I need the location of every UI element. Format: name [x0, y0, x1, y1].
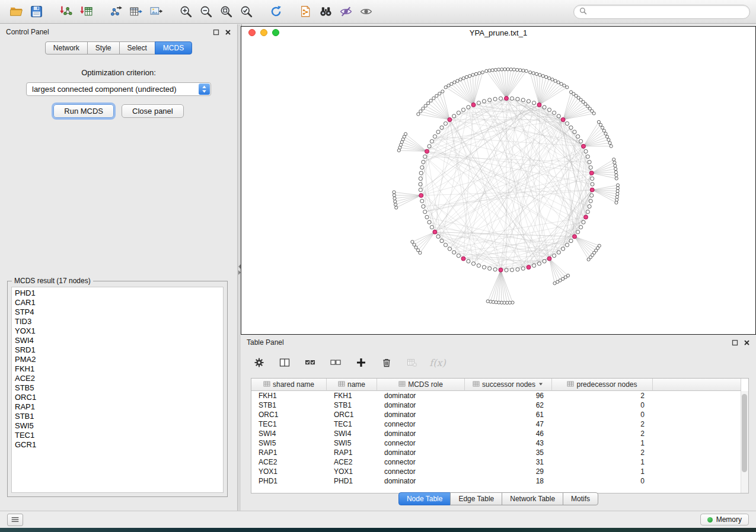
- mcds-result-item[interactable]: PMA2: [15, 355, 220, 364]
- table-row[interactable]: PHD1PHD1dominator180: [251, 476, 741, 486]
- table-scrollbar[interactable]: [741, 391, 748, 493]
- zoom-out-button[interactable]: [196, 2, 216, 21]
- memory-button[interactable]: Memory: [700, 514, 749, 525]
- mcds-result-item[interactable]: YOX1: [15, 326, 220, 336]
- scrollbar-thumb[interactable]: [742, 394, 747, 472]
- tab-network-table[interactable]: Network Table: [502, 492, 563, 505]
- cell-mcds-role: connector: [377, 457, 465, 467]
- mcds-result-list[interactable]: PHD1CAR1STP4TID3YOX1SWI4SRD1PMA2FKH1ACE2…: [11, 287, 224, 493]
- tab-style[interactable]: Style: [87, 41, 120, 55]
- cell-filler: [653, 400, 741, 410]
- cell-filler: [653, 429, 741, 438]
- table-row[interactable]: ACE2ACE2connector311: [251, 457, 741, 467]
- mcds-result-item[interactable]: ACE2: [15, 374, 220, 383]
- memory-status-icon: [707, 517, 713, 523]
- table-row[interactable]: FKH1FKH1dominator962: [251, 391, 741, 400]
- open-file-button[interactable]: [6, 2, 26, 21]
- cell-name: YOX1: [327, 467, 377, 476]
- zoom-fit-button[interactable]: [216, 2, 236, 21]
- column-header-successor-nodes[interactable]: successor nodes: [465, 379, 552, 391]
- control-panel-title: Control Panel: [6, 28, 49, 36]
- search-input[interactable]: [591, 6, 749, 18]
- tab-network[interactable]: Network: [45, 41, 88, 55]
- zoom-selected-button[interactable]: [236, 2, 256, 21]
- cell-predecessor-nodes: 0: [552, 476, 653, 486]
- zoom-in-button[interactable]: [176, 2, 196, 21]
- trash-icon: [381, 357, 392, 368]
- column-header-shared-name[interactable]: shared name: [251, 379, 327, 391]
- cell-successor-nodes: 47: [465, 419, 552, 429]
- mcds-result-item[interactable]: STB1: [15, 412, 220, 421]
- minimize-window-button[interactable]: [260, 29, 267, 36]
- show-columns-button[interactable]: [278, 356, 291, 369]
- close-panel-button[interactable]: Close panel: [122, 104, 184, 118]
- table-settings-button[interactable]: [253, 356, 266, 369]
- export-table-button[interactable]: [126, 2, 146, 21]
- table-row[interactable]: RAP1RAP1dominator352: [251, 448, 741, 457]
- table-row[interactable]: YOX1YOX1connector291: [251, 467, 741, 476]
- mcds-result-item[interactable]: STB5: [15, 383, 220, 393]
- mcds-result-item[interactable]: STP4: [15, 307, 220, 317]
- column-header-predecessor-nodes[interactable]: predecessor nodes: [552, 379, 653, 391]
- deselect-all-columns-button[interactable]: [329, 356, 342, 369]
- tab-motifs[interactable]: Motifs: [563, 492, 598, 505]
- status-bar: Memory: [0, 511, 756, 528]
- panel-selector-button[interactable]: [7, 514, 23, 526]
- binoculars-icon: [319, 5, 333, 18]
- export-image-button[interactable]: [146, 2, 166, 21]
- mcds-result-item[interactable]: SWI4: [15, 336, 220, 345]
- mcds-result-item[interactable]: PHD1: [15, 289, 220, 298]
- mcds-result-item[interactable]: FKH1: [15, 364, 220, 374]
- create-column-button[interactable]: [355, 356, 368, 369]
- cell-name: RAP1: [327, 448, 377, 457]
- mcds-result-item[interactable]: TEC1: [15, 431, 220, 440]
- table-toolbar: f(x): [241, 352, 756, 373]
- close-window-button[interactable]: [248, 29, 256, 36]
- network-canvas[interactable]: [241, 39, 755, 334]
- tab-node-table[interactable]: Node Table: [398, 492, 451, 505]
- table-row[interactable]: SWI5SWI5connector431: [251, 438, 741, 448]
- share-document-button[interactable]: [295, 2, 315, 21]
- mcds-result-item[interactable]: ORC1: [15, 393, 220, 402]
- close-table-panel-icon[interactable]: [744, 339, 750, 346]
- table-row[interactable]: TEC1TEC1connector472: [251, 419, 741, 429]
- mcds-result-item[interactable]: CAR1: [15, 298, 220, 307]
- mcds-result-item[interactable]: SRD1: [15, 345, 220, 355]
- table-grid-icon: [567, 380, 574, 389]
- float-panel-icon[interactable]: [213, 29, 219, 36]
- mcds-result-item[interactable]: RAP1: [15, 402, 220, 412]
- optimization-criterion-select[interactable]: largest connected component (undirected): [26, 82, 211, 96]
- refresh-button[interactable]: [266, 2, 286, 21]
- delete-columns-button[interactable]: [380, 356, 393, 369]
- table-row[interactable]: STB1STB1dominator620: [251, 400, 741, 410]
- import-network-button[interactable]: [56, 2, 76, 21]
- mcds-result-item[interactable]: TID3: [15, 317, 220, 326]
- table-row[interactable]: ORC1ORC1dominator610: [251, 410, 741, 419]
- export-network-button[interactable]: [106, 2, 126, 21]
- mcds-result-item[interactable]: GCR1: [15, 440, 220, 450]
- maximize-window-button[interactable]: [272, 29, 279, 36]
- close-panel-icon[interactable]: [225, 29, 231, 36]
- search-box[interactable]: [573, 5, 750, 19]
- run-mcds-button[interactable]: Run MCDS: [53, 104, 114, 118]
- float-table-panel-icon[interactable]: [732, 339, 738, 346]
- column-header-mcds-role[interactable]: MCDS role: [377, 379, 465, 391]
- cell-mcds-role: connector: [377, 467, 465, 476]
- save-session-button[interactable]: [26, 2, 46, 21]
- cell-shared-name: TEC1: [251, 419, 327, 429]
- select-all-columns-button[interactable]: [304, 356, 317, 369]
- show-all-button[interactable]: [356, 2, 376, 21]
- column-header-name[interactable]: name: [327, 379, 377, 391]
- tab-select[interactable]: Select: [119, 41, 155, 55]
- table-grid-icon: [473, 380, 480, 389]
- tab-edge-table[interactable]: Edge Table: [450, 492, 502, 505]
- select-all-icon: [305, 357, 315, 368]
- control-panel-header: Control Panel: [0, 24, 237, 40]
- tab-mcds[interactable]: MCDS: [155, 41, 192, 55]
- mcds-result-item[interactable]: SWI5: [15, 421, 220, 431]
- table-row[interactable]: SWI4SWI4dominator462: [251, 429, 741, 438]
- hide-selected-button[interactable]: [336, 2, 356, 21]
- find-button[interactable]: [315, 2, 336, 21]
- network-window-titlebar[interactable]: YPA_prune.txt_1: [241, 27, 755, 39]
- import-table-button[interactable]: [76, 2, 96, 21]
